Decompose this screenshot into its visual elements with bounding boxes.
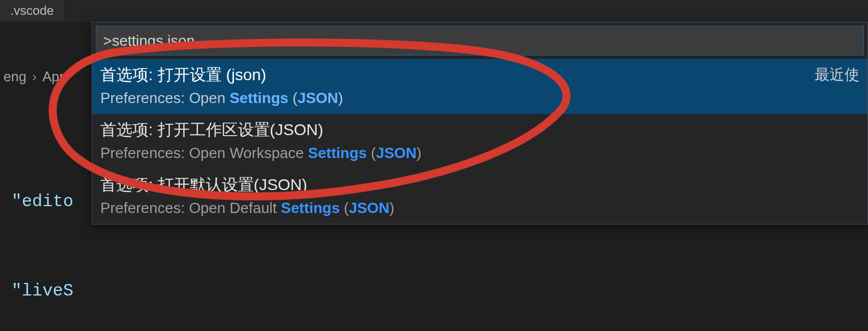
- command-palette-list: 最近使 首选项: 打开设置 (json) Preferences: Open S…: [92, 59, 867, 224]
- chevron-right-icon: ›: [32, 69, 37, 85]
- tab-bar: .vscode: [0, 0, 868, 22]
- breadcrumb-part[interactable]: App: [39, 69, 71, 85]
- command-palette-input-wrap: [92, 22, 867, 59]
- palette-item-open-workspace-settings-json[interactable]: 首选项: 打开工作区设置(JSON) Preferences: Open Wor…: [92, 114, 867, 169]
- palette-item-subtitle: Preferences: Open Settings (JSON): [100, 88, 859, 108]
- palette-item-open-settings-json[interactable]: 最近使 首选项: 打开设置 (json) Preferences: Open S…: [92, 59, 867, 114]
- palette-item-subtitle: Preferences: Open Workspace Settings (JS…: [100, 143, 859, 163]
- json-key: "edito: [11, 192, 73, 211]
- palette-item-title: 首选项: 打开工作区设置(JSON): [100, 119, 859, 141]
- tab-vscode-folder[interactable]: .vscode: [0, 0, 65, 22]
- palette-item-title: 首选项: 打开设置 (json): [100, 64, 859, 86]
- command-palette-input[interactable]: [96, 26, 864, 56]
- command-palette: 最近使 首选项: 打开设置 (json) Preferences: Open S…: [92, 22, 868, 224]
- json-key: "liveS: [11, 281, 73, 301]
- palette-item-open-default-settings-json[interactable]: 首选项: 打开默认设置(JSON) Preferences: Open Defa…: [92, 169, 867, 224]
- palette-item-subtitle: Preferences: Open Default Settings (JSON…: [100, 198, 859, 218]
- palette-item-title: 首选项: 打开默认设置(JSON): [100, 174, 859, 196]
- recent-label: 最近使: [815, 65, 859, 85]
- tab-label: .vscode: [10, 3, 54, 18]
- breadcrumb: eng › App: [0, 65, 71, 88]
- breadcrumb-part[interactable]: eng: [0, 69, 30, 85]
